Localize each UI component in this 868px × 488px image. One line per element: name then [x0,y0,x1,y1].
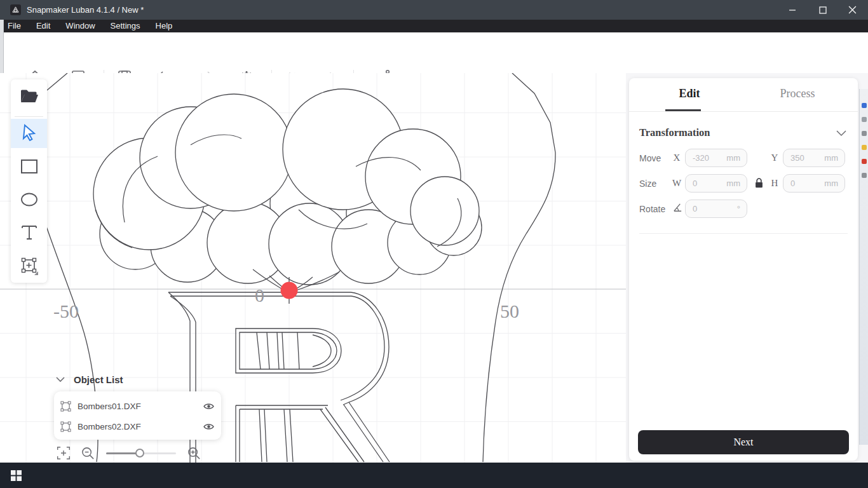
app-logo-icon [10,4,21,15]
edit-panel: Edit Process Transformation Move X mm Y … [629,78,858,461]
toolbar: Home Workspace Save Undo Redo Job Setup … [0,32,868,74]
move-x-field[interactable]: mm [685,149,747,167]
lock-icon [754,177,764,189]
tool-palette [11,79,47,283]
object-name: Bombers02.DXF [78,422,196,431]
rotate-field[interactable]: ° [685,200,747,218]
zoom-controls [56,445,208,463]
transformation-section-title: Transformation [639,126,710,139]
move-row: Move X mm Y mm [639,149,849,167]
select-tool[interactable] [11,119,47,148]
screen: Snapmaker Luban 4.1.4 / New * File Edit … [0,0,868,488]
rotate-label: Rotate [639,204,672,214]
tab-process[interactable]: Process [743,87,851,100]
origin-marker-dot [281,282,298,299]
screen-edge-artifact-left [0,20,4,73]
screen-edge-artifact-right [859,89,868,445]
zoom-slider-thumb[interactable] [135,449,144,458]
size-label: Size [639,179,672,189]
menu-edit[interactable]: Edit [29,20,58,32]
move-label: Move [639,153,672,163]
rectangle-tool[interactable] [11,153,47,182]
object-list-row[interactable]: Bombers02.DXF [60,416,215,437]
visibility-eye-icon[interactable] [203,402,215,410]
folder-icon [20,88,39,107]
transform-icon [20,256,39,278]
object-name: Bombers01.DXF [78,402,196,411]
size-row: Size W mm H mm [639,174,849,193]
object-list-row[interactable]: Bombers01.DXF [60,396,215,416]
text-icon [20,224,38,244]
size-w-field[interactable]: mm [685,174,747,193]
zoom-slider-fill [106,452,139,454]
aspect-lock-button[interactable] [747,177,770,189]
fit-view-icon[interactable] [56,445,71,463]
start-button[interactable] [5,466,27,484]
selection-frame-icon [60,401,71,412]
object-list-header[interactable]: Object List [56,374,123,385]
open-file-button[interactable] [11,83,47,112]
menu-file[interactable]: File [0,20,29,32]
text-tool[interactable] [11,219,47,248]
section-collapse-chevron-icon[interactable] [836,130,846,137]
ellipse-icon [20,192,39,210]
rotate-row: Rotate ° [639,200,849,218]
axis-label-0: 0 [255,285,264,306]
axis-label-neg50: -50 [53,301,79,322]
move-y-field[interactable]: mm [783,149,845,167]
size-h-field[interactable]: mm [783,174,845,193]
dxf-mushroom-cloud [93,89,482,285]
rectangle-icon [20,159,38,177]
object-list: Bombers01.DXF Bombers02.DXF [54,391,221,440]
visibility-eye-icon[interactable] [203,423,215,431]
menu-settings[interactable]: Settings [103,20,148,32]
cursor-icon [21,123,37,144]
object-list-title: Object List [74,374,123,385]
minimize-button[interactable] [778,0,807,20]
window-title: Snapmaker Luban 4.1.4 / New * [27,5,144,15]
taskbar: Type here to search MPA [0,463,868,488]
axis-label-50: 50 [500,301,519,322]
angle-icon [672,202,681,215]
windows-logo-icon [11,470,22,481]
close-button[interactable] [837,0,867,20]
menu-help[interactable]: Help [148,20,180,32]
zoom-out-icon[interactable] [81,446,95,463]
zoom-in-icon[interactable] [187,446,201,463]
selection-frame-icon [60,421,71,432]
menu-window[interactable]: Window [58,20,102,32]
tab-edit[interactable]: Edit [635,87,743,100]
chevron-down-icon [56,377,65,383]
transform-tool[interactable] [11,252,47,281]
next-button[interactable]: Next [638,430,849,454]
maximize-button[interactable] [808,0,837,20]
ellipse-tool[interactable] [11,186,47,215]
menu-bar: File Edit Window Settings Help [0,20,868,32]
title-bar: Snapmaker Luban 4.1.4 / New * [0,0,868,20]
